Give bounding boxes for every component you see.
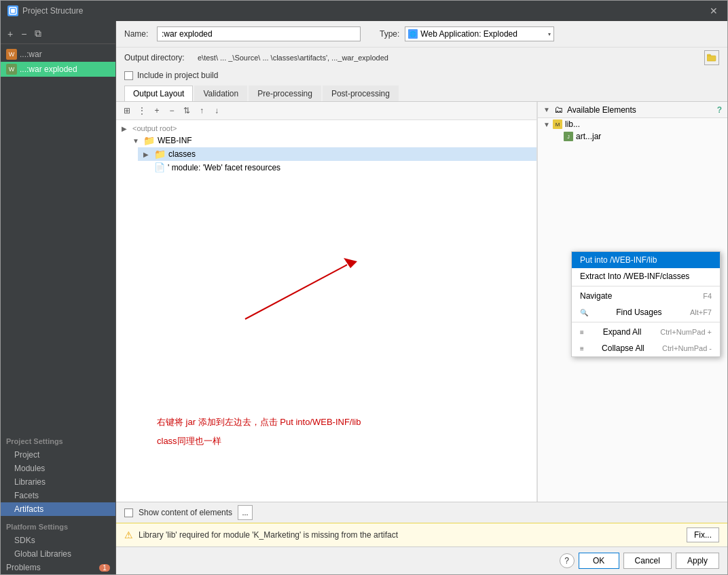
context-menu-item-navigate[interactable]: Navigate F4 <box>572 288 720 304</box>
add-artifact-button[interactable]: + <box>5 27 16 41</box>
annotation-line1: 右键将 jar 添加到左边去，点击 Put into/WEB-INF/lib <box>157 416 361 428</box>
sidebar-item-facets[interactable]: Facets <box>1 489 115 502</box>
tree-item-output-root[interactable]: ▶ <output root> <box>116 123 536 134</box>
apply-button[interactable]: Apply <box>676 553 719 569</box>
find-usages-shortcut: Alt+F7 <box>690 308 712 316</box>
right-panel: Name: Type: 🌐 Web Application: Exploded … <box>116 21 727 574</box>
tree-arrow-output-root: ▶ <box>122 125 130 132</box>
svg-marker-4 <box>344 258 357 268</box>
include-checkbox[interactable] <box>124 71 133 80</box>
context-menu-separator-2 <box>572 322 720 322</box>
sidebar-item-modules[interactable]: Modules <box>1 462 115 475</box>
dropdown-arrow-icon: ▾ <box>548 31 551 37</box>
expand-all-label: Expand All <box>603 327 642 337</box>
name-label: Name: <box>124 29 151 39</box>
show-content-checkbox[interactable] <box>124 508 133 517</box>
name-input[interactable] <box>157 26 361 41</box>
tree-more-button[interactable]: ⋮ <box>135 104 149 117</box>
problems-label: Problems <box>6 563 41 572</box>
tree-down-button[interactable]: ↓ <box>210 104 223 117</box>
tree-item-webinf[interactable]: ▼ 📁 WEB-INF <box>127 134 536 147</box>
extract-into-classes-label: Extract Into /WEB-INF/classes <box>580 272 689 281</box>
output-value: e\test\ ... _\Source\ ... \classes\artif… <box>198 54 699 62</box>
available-item-jar[interactable]: ▶ J art...jar <box>549 130 727 143</box>
include-label: Include in project build <box>137 71 218 80</box>
type-label: Type: <box>380 29 399 39</box>
available-help-icon[interactable]: ? <box>717 105 722 115</box>
sidebar-item-global-libraries[interactable]: Global Libraries <box>1 547 115 561</box>
cancel-button[interactable]: Cancel <box>623 553 672 569</box>
platform-settings-title: Platform Settings <box>1 516 115 534</box>
navigate-label: Navigate <box>580 291 612 301</box>
sidebar-item-artifacts[interactable]: Artifacts <box>1 502 115 516</box>
tab-validation[interactable]: Validation <box>194 86 247 101</box>
ok-button[interactable]: OK <box>579 553 619 569</box>
context-menu: Put into /WEB-INF/lib Extract Into /WEB-… <box>571 251 721 357</box>
output-label: Output directory: <box>124 53 192 62</box>
tree-content: ▶ <output root> ▼ 📁 WEB-INF ▶ 📁 classes <box>116 120 536 177</box>
tree-show-files-button[interactable]: ⊞ <box>120 104 134 117</box>
tab-output-layout[interactable]: Output Layout <box>124 86 193 101</box>
facet-icon: 📄 <box>154 162 165 172</box>
available-module-label: lib... <box>565 119 580 129</box>
tree-up-button[interactable]: ↑ <box>195 104 208 117</box>
remove-artifact-button[interactable]: − <box>18 27 29 41</box>
context-menu-item-find-usages[interactable]: 🔍 Find Usages Alt+F7 <box>572 304 720 320</box>
left-tree: ⊞ ⋮ + − ⇅ ↑ ↓ ▶ <output root> <box>116 102 537 502</box>
available-title: Available Elements <box>567 105 713 115</box>
context-menu-item-extract-into-classes[interactable]: Extract Into /WEB-INF/classes <box>572 268 720 284</box>
type-select[interactable]: 🌐 Web Application: Exploded ▾ <box>405 26 554 41</box>
tree-sort-button[interactable]: ⇅ <box>180 104 194 117</box>
war-icon: W <box>6 49 17 60</box>
expand-all-shortcut: Ctrl+NumPad + <box>660 328 712 336</box>
available-item-module[interactable]: ▼ M lib... <box>538 118 727 130</box>
sidebar-item-libraries[interactable]: Libraries <box>1 475 115 489</box>
warning-text: Library 'lib' required for module 'K_Mar… <box>139 530 681 540</box>
dialog-buttons: ? OK Cancel Apply <box>116 546 727 574</box>
tree-add-button[interactable]: + <box>150 104 164 117</box>
sidebar-item-sdks[interactable]: SDKs <box>1 534 115 547</box>
three-dots-button[interactable]: ... <box>238 505 253 520</box>
find-usages-label: Find Usages <box>616 308 661 317</box>
sidebar-item-project[interactable]: Project <box>1 448 115 462</box>
tree-remove-button[interactable]: − <box>165 104 179 117</box>
context-menu-item-put-into-lib[interactable]: Put into /WEB-INF/lib <box>572 252 720 268</box>
tab-post-processing[interactable]: Post-processing <box>323 86 399 101</box>
artifact-item-war-exploded[interactable]: W ...:war exploded <box>1 62 115 77</box>
fix-button[interactable]: Fix... <box>687 527 719 542</box>
context-menu-item-collapse-all[interactable]: ≡ Collapse All Ctrl+NumPad - <box>572 340 720 356</box>
tree-item-facet-resources[interactable]: ▶ 📄 ' module: 'Web' facet resources <box>138 161 536 174</box>
artifact-name-war-exploded: ...:war exploded <box>20 64 77 74</box>
project-settings-title: Project Settings <box>1 430 115 448</box>
classes-folder-icon: 📁 <box>154 149 166 160</box>
artifact-item-war[interactable]: W ...:war <box>1 47 115 62</box>
find-usages-icon: 🔍 <box>580 309 588 316</box>
collapse-all-label: Collapse All <box>602 344 644 353</box>
help-button[interactable]: ? <box>560 553 575 568</box>
classes-label: classes <box>168 149 196 159</box>
show-content-label: Show content of elements <box>139 508 232 517</box>
jar-icon: J <box>564 132 573 141</box>
output-root-label: <output root> <box>132 124 177 132</box>
available-module-icon: 🗂 <box>554 105 563 115</box>
tab-pre-processing[interactable]: Pre-processing <box>249 86 321 101</box>
tree-item-classes[interactable]: ▶ 📁 classes <box>138 147 536 161</box>
context-menu-item-expand-all[interactable]: ≡ Expand All Ctrl+NumPad + <box>572 324 720 340</box>
module-icon: M <box>553 119 562 129</box>
problems-badge: 1 <box>99 564 110 572</box>
titlebar: Project Structure ✕ <box>1 1 727 21</box>
app-icon <box>7 5 18 16</box>
red-arrow <box>238 251 374 333</box>
main-content: + − ⧉ W ...:war W ...:war exploded Proje… <box>1 21 727 574</box>
sidebar: + − ⧉ W ...:war W ...:war exploded Proje… <box>1 21 116 574</box>
warning-bar: ⚠ Library 'lib' required for module 'K_M… <box>116 523 727 546</box>
put-into-lib-label: Put into /WEB-INF/lib <box>580 255 657 265</box>
close-button[interactable]: ✕ <box>707 4 721 18</box>
output-row: Output directory: e\test\ ... _\Source\ … <box>116 48 727 68</box>
svg-rect-2 <box>707 56 716 61</box>
sidebar-item-problems[interactable]: Problems 1 <box>1 561 115 574</box>
output-folder-button[interactable] <box>704 50 719 65</box>
facet-label: ' module: 'Web' facet resources <box>168 163 280 172</box>
tree-toolbar: ⊞ ⋮ + − ⇅ ↑ ↓ <box>116 102 536 120</box>
copy-artifact-button[interactable]: ⧉ <box>32 26 44 41</box>
